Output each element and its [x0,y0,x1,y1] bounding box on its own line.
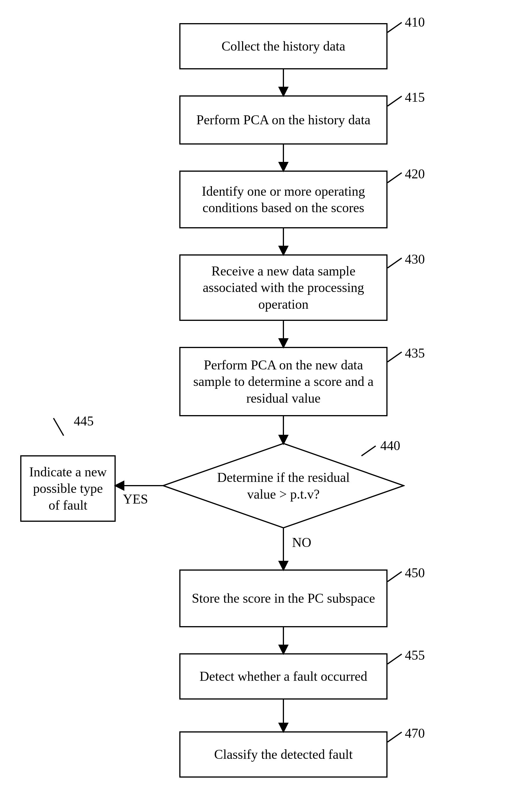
edge-label-no: NO [292,535,311,550]
connectors [0,0,511,812]
flowchart-canvas: Collect the history data 410 Perform PCA… [0,0,511,812]
edge-label-yes: YES [123,491,148,507]
